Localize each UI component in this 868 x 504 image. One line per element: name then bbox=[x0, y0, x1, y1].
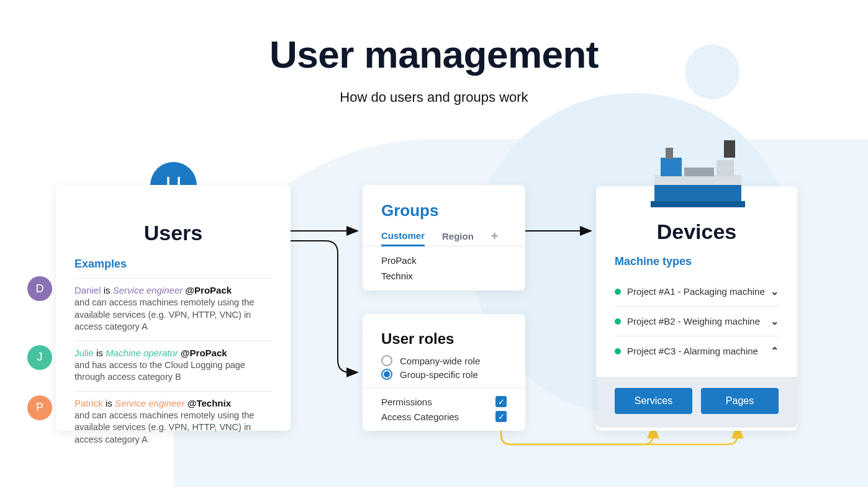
example-name: Daniel bbox=[75, 285, 101, 295]
check-access-categories[interactable]: Access Categories ✓ bbox=[381, 409, 507, 424]
device-row-c3[interactable]: Project #C3 - Alarming machine ⌃ bbox=[615, 336, 779, 366]
device-label: Project #A1 - Packaging machine bbox=[627, 286, 765, 297]
services-button[interactable]: Services bbox=[615, 388, 692, 414]
devices-heading: Devices bbox=[615, 220, 779, 244]
example-desc: and can access machines remotely using t… bbox=[75, 410, 272, 446]
example-joiner: is bbox=[104, 285, 111, 295]
radio-company-wide[interactable]: Company-wide role bbox=[381, 354, 507, 367]
device-footer: Services Pages bbox=[596, 377, 797, 428]
example-role: Service engineer bbox=[115, 398, 185, 408]
groups-card: Groups Customer Region + ProPack Technix bbox=[363, 185, 525, 290]
users-card: Users Examples D Daniel is Service engin… bbox=[56, 185, 291, 431]
group-item-technix[interactable]: Technix bbox=[381, 268, 507, 284]
page-title: User management bbox=[0, 32, 868, 76]
example-org: @Technix bbox=[188, 398, 231, 408]
svg-rect-11 bbox=[651, 201, 745, 207]
svg-rect-5 bbox=[654, 175, 741, 185]
roles-heading: User roles bbox=[381, 330, 507, 348]
svg-rect-8 bbox=[684, 168, 714, 176]
machine-types-label: Machine types bbox=[615, 255, 779, 268]
svg-rect-7 bbox=[717, 160, 734, 176]
check-label: Permissions bbox=[381, 397, 432, 407]
avatar-julie: J bbox=[27, 345, 52, 370]
example-name: Patrick bbox=[75, 398, 103, 408]
check-permissions[interactable]: Permissions ✓ bbox=[381, 394, 507, 409]
tab-customer[interactable]: Customer bbox=[381, 227, 425, 246]
svg-rect-4 bbox=[654, 184, 741, 202]
chevron-down-icon: ⌄ bbox=[771, 315, 779, 327]
divider bbox=[363, 387, 525, 388]
tab-region[interactable]: Region bbox=[442, 227, 474, 245]
radio-icon bbox=[381, 355, 392, 366]
chevron-down-icon: ⌄ bbox=[771, 286, 779, 297]
svg-rect-6 bbox=[661, 158, 682, 176]
radio-label: Company-wide role bbox=[400, 356, 480, 366]
radio-icon-selected bbox=[381, 369, 392, 380]
svg-rect-9 bbox=[724, 140, 735, 158]
pages-button[interactable]: Pages bbox=[701, 388, 779, 414]
status-dot-icon bbox=[615, 348, 621, 354]
device-row-b2[interactable]: Project #B2 - Weighing machine ⌄ bbox=[615, 307, 779, 336]
avatar-patrick: P bbox=[27, 395, 52, 420]
check-label: Access Categories bbox=[381, 412, 459, 422]
status-dot-icon bbox=[615, 318, 621, 325]
device-label: Project #C3 - Alarming machine bbox=[627, 346, 758, 356]
device-row-a1[interactable]: Project #A1 - Packaging machine ⌄ bbox=[615, 277, 779, 307]
svg-rect-10 bbox=[666, 148, 673, 159]
status-dot-icon bbox=[615, 289, 621, 295]
example-row-daniel: D Daniel is Service engineer @ProPack an… bbox=[75, 278, 272, 341]
example-desc: and has access to the Cloud Logging page… bbox=[75, 359, 272, 384]
page-subtitle: How do users and groups work bbox=[0, 89, 868, 106]
roles-card: User roles Company-wide role Group-speci… bbox=[363, 314, 525, 431]
example-role: Machine operator bbox=[106, 348, 178, 358]
groups-heading: Groups bbox=[381, 201, 507, 220]
example-org: @ProPack bbox=[181, 348, 227, 358]
users-heading: Users bbox=[75, 221, 272, 245]
example-row-julie: J Julie is Machine operator @ProPack and… bbox=[75, 341, 272, 391]
examples-label: Examples bbox=[75, 258, 272, 271]
add-group-tab-icon[interactable]: + bbox=[491, 229, 499, 243]
example-joiner: is bbox=[96, 348, 103, 358]
group-item-propack[interactable]: ProPack bbox=[381, 253, 507, 268]
example-org: @ProPack bbox=[185, 285, 232, 295]
devices-card: Devices Machine types Project #A1 - Pack… bbox=[596, 186, 797, 431]
chevron-up-icon: ⌃ bbox=[771, 345, 779, 357]
avatar-daniel: D bbox=[27, 276, 52, 301]
example-joiner: is bbox=[106, 398, 112, 408]
example-desc: and can access machines remotely using t… bbox=[75, 297, 272, 333]
checkbox-checked-icon: ✓ bbox=[495, 411, 507, 422]
radio-group-specific[interactable]: Group-specific role bbox=[381, 367, 507, 381]
checkbox-checked-icon: ✓ bbox=[495, 396, 507, 407]
groups-tabs: Customer Region + bbox=[363, 227, 525, 246]
example-name: Julie bbox=[75, 348, 94, 358]
device-label: Project #B2 - Weighing machine bbox=[627, 316, 760, 326]
example-role: Service engineer bbox=[113, 285, 183, 295]
example-row-patrick: P Patrick is Service engineer @Technix a… bbox=[75, 391, 272, 454]
lathe-machine-image bbox=[648, 133, 748, 210]
radio-label: Group-specific role bbox=[400, 369, 478, 380]
